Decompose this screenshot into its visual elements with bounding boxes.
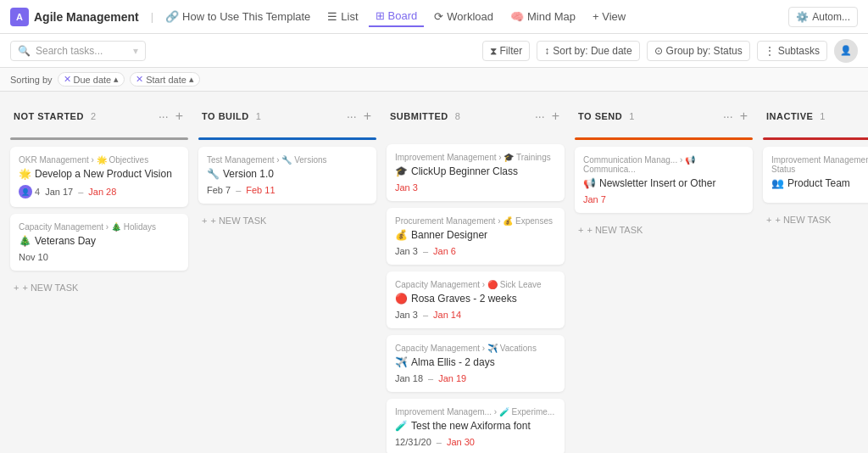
card-submitted-3[interactable]: Capacity Management › ✈️ Vacations ✈️ Al… (387, 335, 565, 392)
card-emoji: ✈️ (395, 356, 408, 368)
card-to-send-0[interactable]: Communication Manag... › 📢 Communica... … (575, 147, 753, 213)
new-task-icon: + (14, 282, 19, 293)
col-add-btn-not-started[interactable]: + (174, 107, 185, 126)
top-nav: A Agile Management | 🔗 How to Use This T… (0, 0, 868, 34)
col-header-not-started: NOT STARTED 2 ··· + (10, 102, 188, 131)
new-task-label: + NEW TASK (775, 215, 831, 225)
card-meta: Jan 7 (583, 194, 744, 204)
card-title-text: Test the new Axiforma font (411, 420, 531, 432)
sorting-label: Sorting by (10, 75, 53, 85)
card-not-started-1[interactable]: Capacity Management › 🎄 Holidays 🎄 Veter… (10, 214, 188, 271)
sort-tag-arrow: ▴ (114, 74, 119, 85)
new-task-btn-not-started[interactable]: ++ NEW TASK (10, 277, 188, 298)
card-title-text: Product Team (787, 177, 850, 189)
card-date-sep: – (423, 246, 428, 256)
card-submitted-1[interactable]: Procurement Management › 💰 Expenses 💰 Ba… (387, 208, 565, 265)
subtasks-icon: ⋮ (765, 45, 775, 57)
nav-template[interactable]: 🔗 How to Use This Template (159, 7, 317, 26)
card-emoji: 🔧 (207, 168, 220, 180)
card-title-text: Newsletter Insert or Other (599, 177, 715, 189)
group-button[interactable]: ⊙ Group by: Status (647, 41, 750, 61)
card-title-text: Alma Ellis - 2 days (411, 356, 495, 368)
new-task-btn-inactive[interactable]: ++ NEW TASK (763, 210, 868, 230)
col-line-to-build (198, 137, 376, 140)
card-breadcrumb: Improvement Management › 🎓 Trainings (395, 153, 556, 162)
column-to-send: TO SEND 1 ··· + Communication Manag... ›… (575, 102, 753, 443)
card-date1: Feb 7 (207, 185, 231, 195)
col-header-to-build: TO BUILD 1 ··· + (198, 102, 376, 131)
card-inactive-0[interactable]: Improvement Management › 👥 Team Status 👥… (763, 147, 868, 203)
card-meta: Jan 3–Jan 14 (395, 310, 556, 320)
card-date1: Jan 3 (395, 246, 418, 256)
filter-icon: ⧗ (490, 45, 497, 57)
col-actions-submitted: ··· + (533, 107, 561, 126)
card-title: 🔧 Version 1.0 (207, 168, 368, 180)
autom-button[interactable]: ⚙️ Autom... (788, 7, 858, 27)
sort-tag-start-date[interactable]: ✕ Start date ▴ (130, 72, 200, 87)
app-logo: A Agile Management (10, 8, 139, 26)
nav-board[interactable]: ⊞ Board (369, 6, 425, 27)
nav-view[interactable]: + View (586, 7, 632, 26)
card-meta: Jan 3 (395, 182, 556, 193)
sort-bar: Sorting by ✕ Due date ▴ ✕ Start date ▴ (0, 68, 868, 92)
search-box[interactable]: 🔍 Search tasks... ▾ (10, 41, 146, 61)
subtasks-button[interactable]: ⋮ Subtasks (757, 41, 827, 61)
card-breadcrumb: Improvement Management › 👥 Team Status (771, 155, 868, 174)
col-line-to-send (575, 137, 753, 140)
mindmap-icon: 🧠 (510, 10, 524, 23)
filter-button[interactable]: ⧗ Filter (482, 41, 531, 61)
nav-list[interactable]: ☰ List (320, 7, 364, 26)
card-emoji: 📢 (583, 177, 596, 189)
board: NOT STARTED 2 ··· + OKR Management › 🌟 O… (0, 92, 868, 453)
col-menu-btn-submitted[interactable]: ··· (533, 108, 547, 125)
col-menu-btn-not-started[interactable]: ··· (157, 108, 170, 125)
col-menu-btn-to-build[interactable]: ··· (345, 108, 359, 125)
card-submitted-0[interactable]: Improvement Management › 🎓 Trainings 🎓 C… (387, 144, 565, 201)
col-add-btn-to-send[interactable]: + (738, 107, 749, 126)
column-not-started: NOT STARTED 2 ··· + OKR Management › 🌟 O… (10, 102, 188, 443)
col-actions-not-started: ··· + (157, 107, 185, 126)
card-title: 📢 Newsletter Insert or Other (583, 177, 744, 189)
card-date-sep: – (78, 187, 83, 197)
search-placeholder: Search tasks... (36, 45, 103, 57)
card-title: 🔴 Rosa Graves - 2 weeks (395, 293, 556, 305)
card-breadcrumb: Communication Manag... › 📢 Communica... (583, 155, 744, 174)
new-task-btn-to-send[interactable]: ++ NEW TASK (575, 220, 753, 240)
card-date2: Jan 14 (433, 310, 461, 320)
card-date1: Jan 3 (395, 182, 418, 193)
card-date1: Jan 17 (45, 187, 73, 197)
card-not-started-0[interactable]: OKR Management › 🌟 Objectives 🌟 Develop … (10, 147, 188, 207)
col-menu-btn-to-send[interactable]: ··· (721, 108, 735, 125)
new-task-btn-to-build[interactable]: ++ NEW TASK (198, 210, 376, 231)
sort-icon: ↕ (544, 45, 549, 57)
user-avatar[interactable]: 👤 (834, 39, 858, 63)
toolbar: 🔍 Search tasks... ▾ ⧗ Filter ↕ Sort by: … (0, 34, 868, 68)
new-task-label: + NEW TASK (22, 282, 78, 293)
nav-mindmap[interactable]: 🧠 Mind Map (504, 7, 582, 26)
col-add-btn-submitted[interactable]: + (550, 107, 561, 126)
card-submitted-4[interactable]: Improvement Managem... › 🧪 Experime... 🧪… (387, 399, 565, 453)
sort-button[interactable]: ↕ Sort by: Due date (537, 41, 639, 61)
card-date2: Jan 28 (88, 187, 116, 197)
card-submitted-2[interactable]: Capacity Management › 🔴 Sick Leave 🔴 Ros… (387, 271, 565, 328)
card-date2: Feb 11 (246, 185, 275, 195)
card-emoji: 👥 (771, 177, 784, 189)
card-meta: Jan 3–Jan 6 (395, 246, 556, 256)
card-date-sep: – (423, 310, 428, 320)
col-title-inactive: INACTIVE (766, 111, 813, 121)
column-submitted: SUBMITTED 8 ··· + Improvement Management… (387, 102, 565, 443)
card-emoji: 🎄 (19, 235, 31, 247)
col-count-inactive: 1 (820, 111, 825, 121)
card-meta: Nov 10 (19, 252, 180, 262)
card-date2: Jan 30 (447, 437, 475, 447)
card-title-text: Rosa Graves - 2 weeks (411, 293, 517, 305)
card-breadcrumb: Procurement Management › 💰 Expenses (395, 216, 556, 226)
card-emoji: 🌟 (19, 168, 31, 180)
nav-divider: | (151, 10, 153, 23)
col-title-not-started: NOT STARTED (14, 111, 84, 121)
col-add-btn-to-build[interactable]: + (362, 107, 373, 126)
col-actions-to-send: ··· + (721, 107, 749, 126)
sort-tag-due-date[interactable]: ✕ Due date ▴ (58, 72, 125, 87)
card-to-build-0[interactable]: Test Management › 🔧 Versions 🔧 Version 1… (198, 147, 376, 204)
nav-workload[interactable]: ⟳ Workload (427, 7, 500, 26)
